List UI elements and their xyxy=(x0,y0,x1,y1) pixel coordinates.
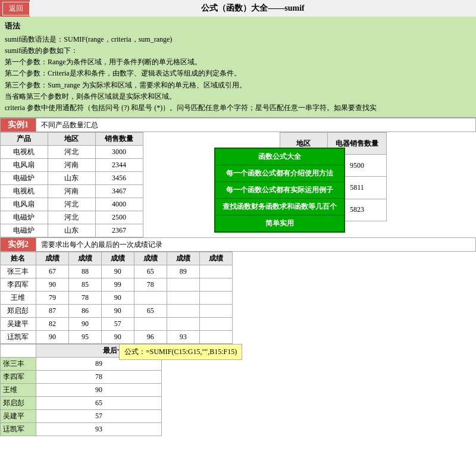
e2-header-score6: 成绩 xyxy=(199,252,232,265)
header: 返回 公式（函数）大全——sumif xyxy=(0,0,476,17)
example1-label: 实例1 xyxy=(1,118,36,132)
e2-header-score2: 成绩 xyxy=(68,252,101,265)
syntax-line-1: sumif函数语法是：SUMIF(range，criteria，sum_rang… xyxy=(5,34,471,45)
table-row: 王维 90 xyxy=(1,384,232,397)
back-button[interactable]: 返回 xyxy=(2,2,30,15)
table-row: 李四军 78 xyxy=(1,371,232,384)
example1-desc: 不同产品数量汇总 xyxy=(36,118,476,132)
syntax-title: 语法 xyxy=(5,20,471,33)
table-row: 电磁炉山东2367 xyxy=(1,224,220,237)
e2-header-score3: 成绩 xyxy=(101,252,134,265)
green-popup[interactable]: 函数公式大全 每一个函数公式都有介绍使用方法 每一个函数公式都有实际运用例子 查… xyxy=(214,148,345,233)
popup-line-2: 每一个函数公式都有介绍使用方法 xyxy=(215,165,344,182)
e2-header-score5: 成绩 xyxy=(167,252,199,265)
table-row: 电风扇河南2344 xyxy=(1,159,220,172)
syntax-line-3: 第一个参数：Range为条件区域，用于条件判断的单元格区域。 xyxy=(5,57,471,68)
syntax-line-2: sumif函数的参数如下： xyxy=(5,45,471,57)
example2-result-section: 最后一次成绩 张三丰 89 李四军 78 王维 90 xyxy=(0,344,476,436)
syntax-line-5: 第三个参数：Sum_range 为实际求和区域，需要求和的单元格、区域或引用。 xyxy=(5,80,471,91)
example1-left-table: 产品 地区 销售数量 电视机河北3000 电风扇河南2344 电磁炉山东3456… xyxy=(0,132,220,237)
table-row: 电风扇河北4000 xyxy=(1,198,220,211)
table-row: 迋凯军9095909693 xyxy=(1,331,476,344)
table-row: 吴建平829057 xyxy=(1,318,476,331)
table-row: 迋凯军 93 xyxy=(1,423,232,436)
left-header-qty: 销售数量 xyxy=(95,133,143,146)
table-row: 电视机河南3467 xyxy=(1,185,220,198)
syntax-section: 语法 sumif函数语法是：SUMIF(range，criteria，sum_r… xyxy=(0,17,476,118)
example2-label: 实例2 xyxy=(1,238,36,252)
example2-desc: 需要求出每个人的最后的一次成绩记录 xyxy=(36,238,476,252)
example2-top-table: 姓名 成绩 成绩 成绩 成绩 成绩 成绩 张三丰6788906589 李四军90… xyxy=(0,252,476,344)
popup-line-1: 函数公式大全 xyxy=(215,149,344,165)
table-row: 电视机河北3000 xyxy=(1,146,220,159)
e2-header-score4: 成绩 xyxy=(134,252,167,265)
example1-section: 实例1 不同产品数量汇总 产品 地区 销售数量 电视机河北3000 电风扇河南2… xyxy=(0,118,476,237)
table-row: 电磁炉河北2500 xyxy=(1,211,220,224)
left-header-region: 地区 xyxy=(48,133,95,146)
table-row: 郑启彭 65 xyxy=(1,397,232,410)
formula-popup: 公式：=SUMIF(C15:G15,"",B15:F15) xyxy=(119,344,242,360)
table-row xyxy=(280,233,416,237)
table-row: 张三丰6788906589 xyxy=(1,265,476,278)
header-title: 公式（函数）大全——sumif xyxy=(30,0,476,17)
table-row: 王维797890 xyxy=(1,292,476,305)
formula-text: 公式：=SUMIF(C15:G15,"",B15:F15) xyxy=(124,347,237,356)
table-row: 吴建平 57 xyxy=(1,410,232,423)
e2-header-name: 姓名 xyxy=(1,252,36,265)
left-header-product: 产品 xyxy=(1,133,48,146)
e2-header-score1: 成绩 xyxy=(36,252,68,265)
table-row: 郑启彭87869065 xyxy=(1,305,476,318)
syntax-line-7: criteria 参数中使用通配符（包括问号 (?) 和星号 (*)）。问号匹配… xyxy=(5,102,471,114)
popup-line-4: 查找函数财务函数求和函数等几百个 xyxy=(215,199,344,215)
table-row: 电磁炉山东3456 xyxy=(1,172,220,185)
syntax-line-4: 第二个参数：Criteria是求和条件，由数字、逻辑表达式等组成的判定条件。 xyxy=(5,68,471,79)
popup-line-5: 简单实用 xyxy=(215,215,344,231)
app-container: 返回 公式（函数）大全——sumif 语法 sumif函数语法是：SUMIF(r… xyxy=(0,0,476,436)
table-row: 李四军90859978 xyxy=(1,278,476,292)
syntax-line-6: 当省略第三个参数时，则条件区域就是实际求和区域。 xyxy=(5,91,471,102)
example2-section: 实例2 需要求出每个人的最后的一次成绩记录 姓名 成绩 成绩 成绩 成绩 成绩 … xyxy=(0,237,476,436)
popup-line-3: 每一个函数公式都有实际运用例子 xyxy=(215,182,344,199)
